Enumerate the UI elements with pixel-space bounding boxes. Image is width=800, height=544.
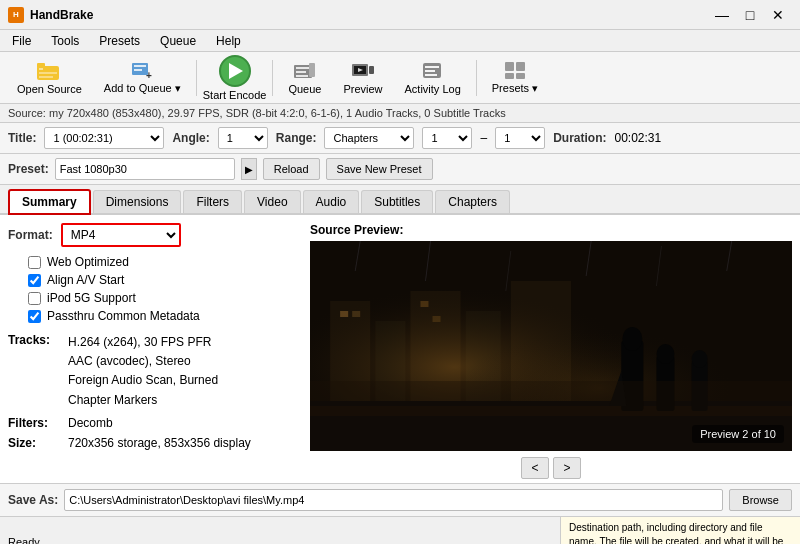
presets-button[interactable]: Presets ▾ [483, 56, 547, 100]
web-optimized-label: Web Optimized [47, 255, 129, 269]
status-tooltip: Destination path, including directory an… [560, 517, 800, 544]
preview-prev-button[interactable]: < [521, 457, 549, 479]
angle-select[interactable]: 1 [218, 127, 268, 149]
svg-rect-21 [425, 74, 437, 76]
preset-input[interactable] [55, 158, 235, 180]
window-controls: — □ ✕ [708, 5, 792, 25]
svg-point-44 [656, 344, 674, 364]
queue-icon [293, 61, 317, 81]
ipod-checkbox[interactable] [28, 292, 41, 305]
web-optimized-checkbox[interactable] [28, 256, 41, 269]
format-select[interactable]: MP4 MKV [61, 223, 181, 247]
minimize-button[interactable]: — [708, 5, 736, 25]
track-3: Foreign Audio Scan, Burned [68, 371, 218, 390]
tabs-row: Summary Dimensions Filters Video Audio S… [0, 185, 800, 215]
track-1: H.264 (x264), 30 FPS PFR [68, 333, 218, 352]
source-text: Source: my 720x480 (853x480), 29.97 FPS,… [8, 107, 506, 119]
save-new-preset-button[interactable]: Save New Preset [326, 158, 433, 180]
svg-point-41 [622, 327, 642, 351]
format-row: Format: MP4 MKV [8, 223, 298, 247]
size-value: 720x356 storage, 853x356 display [68, 436, 251, 450]
tab-summary-label: Summary [22, 195, 77, 209]
menu-bar: File Tools Presets Queue Help [0, 30, 800, 52]
track-4: Chapter Markers [68, 391, 218, 410]
presets-label: Presets ▾ [492, 82, 538, 95]
separator-2 [272, 60, 273, 96]
svg-rect-11 [296, 71, 306, 73]
save-as-label: Save As: [8, 493, 58, 507]
svg-rect-24 [505, 73, 514, 79]
add-to-queue-icon: + [130, 60, 154, 80]
tab-dimensions-label: Dimensions [106, 195, 169, 209]
scene-svg [310, 241, 792, 451]
preview-button[interactable]: Preview [334, 56, 391, 100]
tab-filters[interactable]: Filters [183, 190, 242, 213]
preview-label: Preview [343, 83, 382, 95]
browse-button[interactable]: Browse [729, 489, 792, 511]
app-title: HandBrake [30, 8, 93, 22]
close-button[interactable]: ✕ [764, 5, 792, 25]
activity-log-label: Activity Log [405, 83, 461, 95]
tracks-row: Tracks: H.264 (x264), 30 FPS PFR AAC (av… [8, 333, 298, 410]
status-ready: Ready [8, 536, 40, 544]
scene-background [310, 241, 792, 451]
title-select[interactable]: 1 (00:02:31) [44, 127, 164, 149]
checkbox-align-av: Align A/V Start [28, 273, 298, 287]
range-from-select[interactable]: 1 [422, 127, 472, 149]
tab-filters-label: Filters [196, 195, 229, 209]
menu-queue[interactable]: Queue [152, 32, 204, 50]
menu-presets[interactable]: Presets [91, 32, 148, 50]
tracks-content: H.264 (x264), 30 FPS PFR AAC (avcodec), … [68, 333, 218, 410]
tab-chapters-label: Chapters [448, 195, 497, 209]
svg-rect-19 [425, 66, 439, 68]
range-to-select[interactable]: 1 [495, 127, 545, 149]
svg-rect-12 [296, 75, 308, 77]
menu-help[interactable]: Help [208, 32, 249, 50]
activity-log-button[interactable]: Activity Log [396, 56, 470, 100]
svg-rect-2 [39, 68, 43, 70]
queue-button[interactable]: Queue [279, 56, 330, 100]
svg-rect-23 [516, 62, 525, 71]
tab-chapters[interactable]: Chapters [435, 190, 510, 213]
range-select[interactable]: Chapters [324, 127, 414, 149]
play-icon [219, 55, 251, 87]
align-av-checkbox[interactable] [28, 274, 41, 287]
preset-arrow-button[interactable]: ▶ [241, 158, 257, 180]
angle-label: Angle: [172, 131, 209, 145]
preset-label: Preset: [8, 162, 49, 176]
svg-rect-10 [296, 67, 310, 69]
tab-dimensions[interactable]: Dimensions [93, 190, 182, 213]
passthru-label: Passthru Common Metadata [47, 309, 200, 323]
tab-subtitles[interactable]: Subtitles [361, 190, 433, 213]
size-row: Size: 720x356 storage, 853x356 display [8, 436, 298, 450]
size-label: Size: [8, 436, 68, 450]
passthru-checkbox[interactable] [28, 310, 41, 323]
svg-rect-25 [516, 73, 525, 79]
add-to-queue-button[interactable]: + Add to Queue ▾ [95, 56, 190, 100]
maximize-button[interactable]: □ [736, 5, 764, 25]
tooltip-text: Destination path, including directory an… [569, 522, 783, 544]
status-bar: Ready Destination path, including direct… [0, 516, 800, 544]
preview-next-button[interactable]: > [553, 457, 581, 479]
open-source-label: Open Source [17, 83, 82, 95]
tab-audio-label: Audio [316, 195, 347, 209]
activity-log-icon [421, 61, 445, 81]
checkbox-passthru: Passthru Common Metadata [28, 309, 298, 323]
tab-video[interactable]: Video [244, 190, 300, 213]
save-path-input[interactable] [64, 489, 723, 511]
range-label: Range: [276, 131, 317, 145]
menu-file[interactable]: File [4, 32, 39, 50]
start-encode-button[interactable]: Start Encode [203, 55, 267, 101]
tab-summary[interactable]: Summary [8, 189, 91, 215]
separator-1 [196, 60, 197, 96]
filters-value: Decomb [68, 416, 113, 430]
reload-button[interactable]: Reload [263, 158, 320, 180]
checkboxes-group: Web Optimized Align A/V Start iPod 5G Su… [28, 255, 298, 323]
open-source-button[interactable]: Open Source [8, 56, 91, 100]
tab-audio[interactable]: Audio [303, 190, 360, 213]
duration-label: Duration: [553, 131, 606, 145]
menu-tools[interactable]: Tools [43, 32, 87, 50]
preview-icon [351, 61, 375, 81]
svg-rect-6 [134, 65, 146, 67]
right-panel: Source Preview: [310, 223, 792, 475]
